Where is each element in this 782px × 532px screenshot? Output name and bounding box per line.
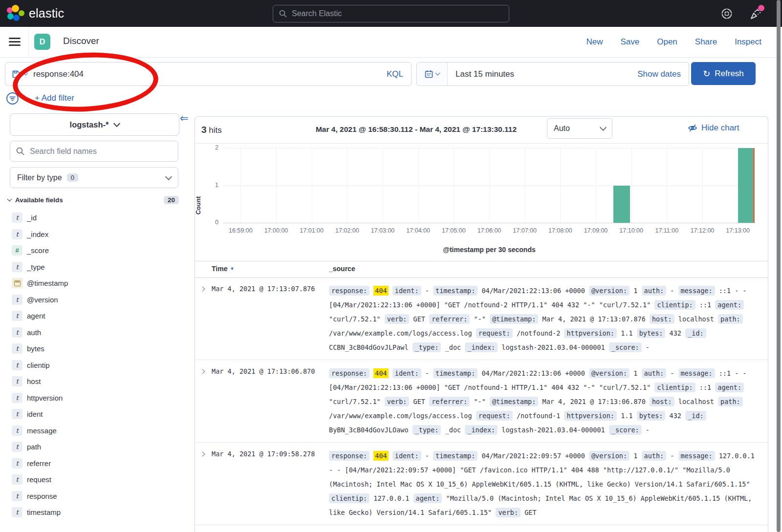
field-value: ::1: [699, 383, 711, 391]
field-chip: verb:: [385, 397, 410, 406]
field-value: -: [646, 343, 650, 351]
menu-new[interactable]: New: [586, 37, 603, 47]
calendar-icon: [425, 70, 433, 78]
field-item-host[interactable]: thost: [12, 373, 187, 390]
field-value: 1: [633, 369, 637, 377]
global-search[interactable]: [273, 5, 509, 22]
field-value: -: [425, 369, 429, 377]
filter-by-type-select[interactable]: Filter by type 0: [10, 167, 178, 188]
menu-share[interactable]: Share: [695, 37, 717, 47]
field-chip: clientip:: [654, 383, 695, 392]
field-chip: _id:: [685, 411, 706, 421]
field-item-agent[interactable]: tagent: [12, 308, 187, 324]
menu-open[interactable]: Open: [657, 37, 677, 47]
field-item-_id[interactable]: t_id: [12, 210, 187, 226]
field-item-@version[interactable]: t@version: [12, 292, 187, 308]
global-search-input[interactable]: [291, 9, 509, 19]
field-value: 1: [633, 452, 637, 460]
field-name: _type: [27, 263, 45, 271]
hide-chart-button[interactable]: Hide chart: [688, 123, 739, 133]
field-item-ident[interactable]: tident: [12, 406, 187, 423]
field-chip: @version:: [589, 451, 630, 461]
highlighted-value: 404: [373, 451, 388, 461]
collapse-sidebar-icon[interactable]: ⇐: [180, 112, 189, 124]
menu-inspect[interactable]: Inspect: [735, 37, 761, 47]
filter-icon[interactable]: [6, 92, 19, 105]
available-fields-count-badge: 20: [164, 196, 179, 204]
field-item-message[interactable]: tmessage: [12, 423, 187, 439]
field-value: GET: [413, 315, 425, 323]
refresh-button[interactable]: ↻ Refresh: [691, 62, 756, 85]
field-value: 04/Mar/2021:22:13:06 +0000: [481, 287, 585, 295]
row-time: Mar 4, 2021 @ 17:13:06.870: [212, 367, 315, 375]
field-chip: @version:: [589, 286, 630, 296]
field-search-input[interactable]: [29, 147, 172, 156]
newsfeed-button[interactable]: [750, 7, 762, 20]
y-tick-0: 0: [205, 219, 218, 226]
show-dates-button[interactable]: Show dates: [637, 69, 689, 79]
histogram-interval-select[interactable]: Auto: [547, 118, 612, 139]
available-fields-accordion[interactable]: Available fields 20: [8, 196, 179, 204]
elastic-logo[interactable]: elastic: [7, 5, 64, 22]
nav-divider: [28, 27, 29, 57]
field-item-response[interactable]: tresponse: [12, 488, 187, 505]
index-pattern-select[interactable]: logstash-*: [10, 113, 179, 136]
field-item-timestamp[interactable]: ttimestamp: [12, 504, 187, 521]
field-chip: response:: [329, 451, 369, 461]
add-filter-button[interactable]: + Add filter: [35, 93, 74, 103]
field-chip: _type:: [413, 425, 441, 435]
expand-row-icon[interactable]: [201, 452, 204, 456]
field-value: "-": [474, 315, 485, 323]
query-input[interactable]: [32, 69, 387, 80]
plot-area[interactable]: [223, 148, 756, 223]
x-tick-17:06:00: 17:06:00: [478, 227, 501, 234]
field-chip: auth:: [642, 451, 667, 461]
field-chip: request:: [476, 328, 513, 338]
field-name: httpversion: [27, 394, 63, 402]
histogram-bar-17:09:30[interactable]: [613, 186, 630, 223]
menu-icon[interactable]: [9, 38, 21, 46]
field-item-auth[interactable]: tauth: [12, 324, 187, 341]
string-field-icon: t: [12, 393, 22, 403]
notification-dot: [758, 5, 764, 11]
expand-row-icon[interactable]: [201, 370, 204, 373]
field-chip: bytes:: [637, 328, 666, 338]
saved-query-button[interactable]: [5, 70, 32, 79]
field-item-referrer[interactable]: treferrer: [12, 455, 187, 472]
histogram-bar-17:13:00[interactable]: [738, 148, 755, 223]
menu-save[interactable]: Save: [620, 37, 639, 47]
hits-count: 3 hits: [201, 125, 222, 135]
v-gridline: [418, 148, 419, 223]
v-gridline: [383, 148, 383, 223]
v-gridline: [667, 148, 667, 223]
help-icon[interactable]: [720, 7, 733, 20]
field-chip: ident:: [392, 286, 421, 296]
time-range-value[interactable]: Last 15 minutes: [448, 69, 637, 79]
column-header-time[interactable]: Time ▼: [212, 265, 234, 273]
field-value: logstash-2021.03.04-000001: [501, 343, 605, 351]
field-value: "curl/7.52.1": [329, 398, 381, 405]
string-field-icon: t: [12, 376, 22, 386]
discover-app-badge[interactable]: D: [34, 34, 50, 50]
field-item-httpversion[interactable]: thttpversion: [12, 390, 187, 406]
y-tick-2: 2: [205, 144, 218, 151]
field-item-_score[interactable]: #_score: [12, 242, 187, 259]
string-field-icon: t: [12, 442, 22, 452]
page-scrollbar[interactable]: [777, 0, 781, 532]
query-language-button[interactable]: KQL: [387, 69, 411, 79]
expand-row-icon[interactable]: [201, 287, 204, 291]
field-item-bytes[interactable]: tbytes: [12, 340, 187, 357]
document-rows: Mar 4, 2021 @ 17:13:07.876response: 404 …: [195, 277, 768, 525]
field-item-_index[interactable]: t_index: [12, 226, 187, 243]
field-value: _doc: [445, 426, 461, 434]
field-item-clientip[interactable]: tclientip: [12, 357, 187, 374]
quick-select-button[interactable]: [417, 63, 448, 85]
sort-desc-icon[interactable]: ▼: [230, 266, 234, 271]
field-item-@timestamp[interactable]: @timestamp: [12, 275, 187, 292]
field-item-request[interactable]: trequest: [12, 471, 187, 488]
field-item-path[interactable]: tpath: [12, 439, 187, 455]
date-picker: Last 15 minutes Show dates: [416, 62, 689, 86]
discover-main-panel: 3 hits Mar 4, 2021 @ 16:58:30.112 - Mar …: [195, 116, 768, 532]
field-item-_type[interactable]: t_type: [12, 259, 187, 276]
field-chip: httpversion:: [564, 328, 617, 338]
